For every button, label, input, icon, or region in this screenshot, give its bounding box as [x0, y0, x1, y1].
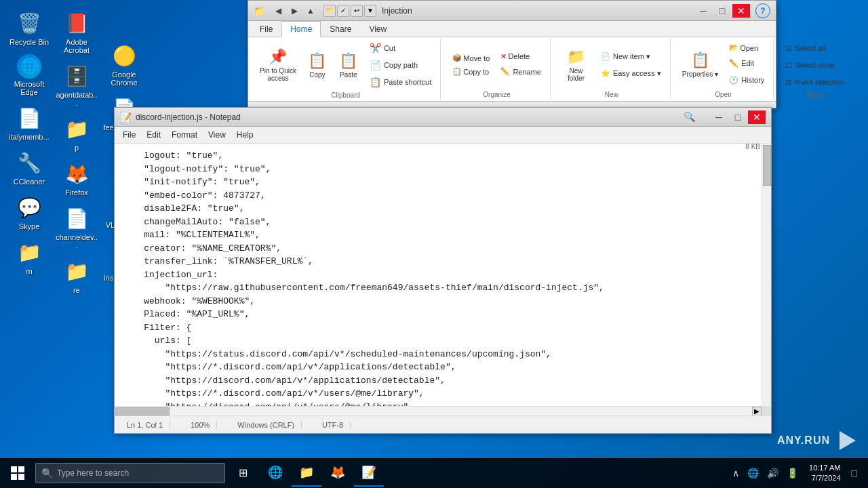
organize-right: ✕ Delete ✏️ Rename: [496, 50, 546, 80]
menu-help[interactable]: Help: [231, 128, 259, 142]
notepad-search-button[interactable]: 🔍: [682, 109, 696, 124]
tab-home[interactable]: Home: [281, 21, 321, 37]
easy-access-button[interactable]: ⭐ Easy access ▾: [596, 65, 666, 81]
desktop-icon-agentdata[interactable]: 🗄️ agentdatab...: [53, 60, 100, 110]
h-scroll-right-btn[interactable]: ▶: [752, 407, 762, 416]
delete-button[interactable]: ✕ Delete: [496, 50, 546, 63]
history-button[interactable]: 🕐 History: [724, 72, 769, 88]
horizontal-scrollbar[interactable]: ▶: [115, 406, 762, 415]
edit-icon: ✏️: [729, 59, 738, 68]
volume-icon[interactable]: 🔊: [764, 466, 781, 480]
paste-button[interactable]: 📋 Paste: [334, 49, 363, 81]
select-label: Select: [806, 92, 825, 99]
taskbar-explorer[interactable]: 📁: [292, 460, 321, 487]
desktop-icon-edge[interactable]: 🌐 Microsoft Edge: [5, 52, 53, 99]
properties-quick-btn[interactable]: ✓: [337, 5, 349, 17]
notepad-window-controls: ─ □ ✕: [710, 110, 766, 124]
desktop-icon-ccleaner[interactable]: 🔧 CCleaner: [5, 146, 53, 188]
menu-view[interactable]: View: [203, 128, 231, 142]
notepad-minimize-button[interactable]: ─: [710, 110, 728, 124]
anyrun-logo-icon: [834, 427, 861, 454]
notepad-content-area[interactable]: logout: "true", "logout-notify": "true",…: [115, 144, 771, 415]
taskbar-search-box[interactable]: 🔍 Type here to search: [35, 463, 225, 483]
tray-clock[interactable]: 10:17 AM 7/7/2024: [804, 462, 846, 485]
close-button[interactable]: ✕: [732, 4, 750, 18]
desktop-icon-re[interactable]: 📁 re: [53, 255, 100, 297]
forward-button[interactable]: ▶: [287, 3, 302, 18]
select-all-button[interactable]: ☑ Select all: [781, 40, 849, 56]
desktop-icon-chrome[interactable]: 🟡 Google Chrome: [100, 39, 148, 89]
undo-quick-btn[interactable]: ↩: [351, 5, 363, 17]
move-to-button[interactable]: 📦 Move to: [448, 52, 494, 64]
invert-selection-button[interactable]: ⊡ Invert selection: [781, 74, 849, 90]
cut-icon: ✂️: [370, 43, 381, 54]
taskbar-firefox[interactable]: 🦊: [323, 460, 353, 487]
minimize-button[interactable]: ─: [694, 4, 712, 18]
svg-rect-3: [11, 474, 17, 480]
new-folder-quick-btn[interactable]: 📁: [323, 5, 336, 17]
scrollbar-track[interactable]: [762, 144, 771, 415]
start-button[interactable]: [3, 458, 33, 488]
help-button[interactable]: ?: [755, 3, 770, 18]
desktop-icon-firefox[interactable]: 🦊 Firefox: [53, 157, 100, 199]
expand-btn[interactable]: ▼: [364, 5, 376, 17]
rename-button[interactable]: ✏️ Rename: [496, 64, 546, 80]
properties-button[interactable]: 📋 Properties ▾: [677, 49, 723, 81]
menu-format[interactable]: Format: [166, 128, 203, 142]
notepad-title: discord-injection.js - Notepad: [136, 113, 710, 122]
new-folder-icon: 📁: [567, 48, 585, 66]
desktop-icon-adobe[interactable]: 📕 Adobe Acrobat: [53, 7, 100, 57]
taskbar-search-icon: 🔍: [41, 468, 53, 479]
cut-button[interactable]: ✂️ Cut: [365, 40, 436, 56]
taskbar-notepad[interactable]: 📝: [354, 460, 384, 487]
tab-file[interactable]: File: [251, 21, 281, 37]
select-none-button[interactable]: ☐ Select none: [781, 57, 849, 73]
open-label: Open: [715, 91, 731, 98]
line-ending: Windows (CRLF): [231, 421, 302, 429]
anyrun-watermark: ANY.RUN: [777, 427, 861, 454]
h-scrollbar-thumb[interactable]: [115, 407, 170, 415]
invert-icon: ⊡: [785, 78, 791, 87]
maximize-button[interactable]: □: [713, 4, 731, 18]
taskbar-edge[interactable]: 🌐: [260, 460, 290, 487]
notepad-close-button[interactable]: ✕: [748, 110, 766, 124]
menu-file[interactable]: File: [117, 128, 141, 142]
tray-time: 10:17 AM: [809, 463, 840, 473]
paste-shortcut-button[interactable]: 📋 Paste shortcut: [365, 74, 436, 90]
notification-icon[interactable]: □: [849, 466, 860, 480]
paste-shortcut-icon: 📋: [370, 77, 381, 87]
desktop-icon-skype[interactable]: 💬 Skype: [5, 191, 53, 233]
pin-to-quick-access-button[interactable]: 📌 Pin to Quickaccess: [255, 45, 301, 85]
select-items: ☑ Select all ☐ Select none ⊡ Invert sele…: [781, 40, 849, 90]
desktop-icon-m[interactable]: 📁 m: [5, 236, 53, 278]
tab-view[interactable]: View: [360, 21, 395, 37]
ribbon-tabs: File Home Share View: [248, 21, 776, 37]
copy-to-button[interactable]: 📋 Copy to: [448, 65, 494, 78]
desktop-icon-p[interactable]: 📁 p: [53, 113, 100, 155]
scrollbar-thumb[interactable]: [763, 145, 771, 186]
notepad-maximize-button[interactable]: □: [729, 110, 747, 124]
desktop-icon-channeldev[interactable]: 📄 channeldev...: [53, 202, 100, 252]
menu-edit[interactable]: Edit: [141, 128, 166, 142]
tab-share[interactable]: Share: [321, 21, 360, 37]
up-button[interactable]: ▲: [303, 3, 318, 18]
new-folder-button[interactable]: 📁 Newfolder: [557, 45, 595, 85]
folder-icon: 📁: [254, 5, 265, 16]
copy-path-button[interactable]: 📄 Copy path: [365, 57, 436, 73]
tray-chevron[interactable]: ∧: [730, 466, 742, 480]
desktop-icon-word[interactable]: 📄 italymemb...: [5, 102, 53, 144]
new-item-button[interactable]: 📄 New item ▾: [596, 48, 666, 64]
battery-icon[interactable]: 🔋: [784, 466, 801, 480]
taskbar: 🔍 Type here to search ⊞ 🌐 📁 🦊 📝 ∧ 🌐 🔊 🔋 …: [0, 458, 868, 488]
copy-button[interactable]: 📋 Copy: [302, 49, 332, 81]
open-button[interactable]: 📂 Open: [724, 41, 769, 54]
back-button[interactable]: ◀: [271, 3, 285, 18]
task-view-button[interactable]: ⊞: [228, 460, 258, 487]
network-icon[interactable]: 🌐: [745, 466, 762, 480]
edit-button[interactable]: ✏️ Edit: [724, 55, 769, 71]
copy-icon: 📋: [308, 52, 326, 70]
clipboard-group: 📌 Pin to Quickaccess 📋 Copy 📋 Paste ✂️: [251, 39, 441, 100]
notepad-icon: 📝: [120, 112, 132, 123]
new-group: 📁 Newfolder 📄 New item ▾ ⭐ Easy access ▾: [553, 39, 671, 100]
desktop-icon-recycle-bin[interactable]: 🗑️ Recycle Bin: [5, 7, 53, 49]
